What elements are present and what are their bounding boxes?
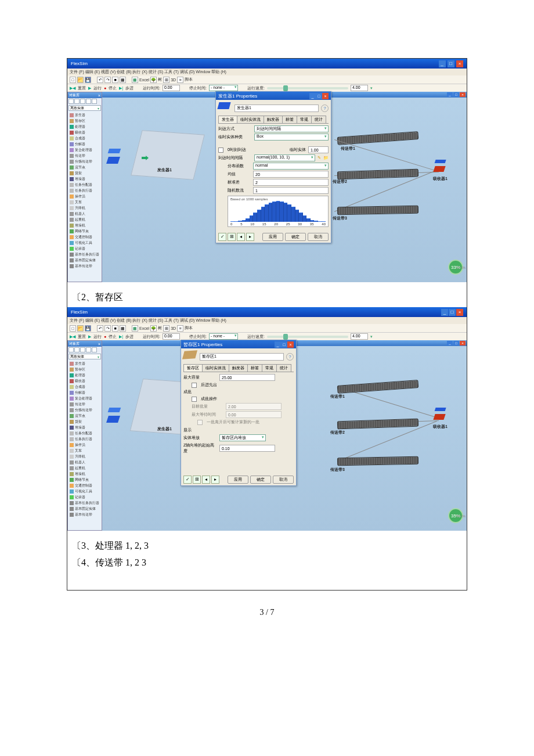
sidebar-item[interactable]: 分解器 <box>69 390 100 395</box>
sidebar-item[interactable]: 起重机 <box>69 217 100 222</box>
3d-canvas[interactable]: 发生器1 传送带1 传送带2 传送带3 吸收器1 发生器1 <box>102 98 467 282</box>
sidebar-item[interactable]: 复合处理器 <box>69 147 100 153</box>
sidebar-item[interactable]: 分拣传送带 <box>69 407 100 413</box>
minimize-icon[interactable]: _ <box>275 341 281 348</box>
3d-canvas[interactable]: 发生器1 传送带1 传送带2 传送带3 吸收器1 暂存区1 Properties <box>102 346 467 531</box>
redo-icon[interactable]: ↷ <box>104 77 111 83</box>
sidebar-item[interactable]: 机器人 <box>69 459 100 465</box>
dialog-tab[interactable]: 标签 <box>247 364 262 372</box>
close-icon[interactable]: × <box>98 93 100 98</box>
conveyor-1[interactable] <box>337 131 419 145</box>
close-icon[interactable]: × <box>456 60 463 67</box>
reset-icon[interactable]: ▶◀ <box>70 86 75 91</box>
maximize-icon[interactable]: □ <box>281 341 287 348</box>
speed-slider[interactable] <box>267 336 348 338</box>
stream-input[interactable] <box>253 187 329 194</box>
code-icon[interactable]: ✎ <box>317 156 321 160</box>
prev-icon[interactable]: ◂ <box>202 476 210 484</box>
sidebar-item[interactable]: 吸收器 <box>69 378 100 384</box>
close-icon[interactable]: × <box>98 342 100 346</box>
sidebar-item[interactable]: 任务执行器 <box>69 188 100 193</box>
dialog-tab[interactable]: 统计 <box>311 116 326 123</box>
source-object[interactable] <box>107 411 120 424</box>
sidebar-item[interactable]: 传送带 <box>69 401 100 407</box>
sidebar-item[interactable]: 堆垛机 <box>69 471 100 477</box>
name-input[interactable] <box>200 353 284 361</box>
sidebar-item[interactable]: 分拣传送带 <box>69 159 100 164</box>
sidebar-item[interactable]: 处理器 <box>69 372 100 378</box>
tool2-icon[interactable]: ▦ <box>120 77 126 83</box>
sidebar-item[interactable]: 任务分配器 <box>69 182 100 188</box>
sb-icon-4[interactable] <box>86 99 91 104</box>
foot-icon-1[interactable]: ✓ <box>218 233 226 241</box>
dialog-tab[interactable]: 临时实体流 <box>237 116 264 123</box>
tool2-icon[interactable]: ▦ <box>120 325 126 332</box>
maximize-icon[interactable]: □ <box>449 309 456 316</box>
sidebar-item[interactable]: 升降机 <box>69 205 100 211</box>
speed-end[interactable]: 4.00 <box>351 85 368 91</box>
sidebar-item[interactable]: 叉车 <box>69 448 100 453</box>
sidebar-item[interactable]: 可视化工具 <box>69 240 100 246</box>
sidebar-item[interactable]: 传送带 <box>69 153 100 159</box>
stop-label[interactable]: 停止 <box>109 85 117 91</box>
conveyor-2[interactable] <box>337 169 418 180</box>
source-object[interactable] <box>107 152 120 165</box>
sidebar-item[interactable]: 货架 <box>69 170 100 176</box>
prev-icon[interactable]: ◂ <box>237 233 245 241</box>
next-icon[interactable]: ▸ <box>246 233 254 241</box>
menu-bar[interactable]: 文件 (F) 编辑 (E) 视图 (V) 创建 (B) 执行 (X) 统计 (S… <box>67 69 467 75</box>
minimize-icon[interactable]: _ <box>447 92 453 97</box>
conveyor-3[interactable] <box>337 456 418 466</box>
new-icon[interactable]: □ <box>70 77 76 83</box>
run-icon[interactable]: ▶ <box>88 86 91 91</box>
sidebar-item[interactable]: 网络节点 <box>69 477 100 483</box>
excel-icon[interactable]: ▦ <box>132 77 138 83</box>
conveyor-3[interactable] <box>337 206 418 215</box>
sb-icon-2[interactable] <box>74 99 80 104</box>
sidebar-item[interactable]: 发生器 <box>69 361 100 366</box>
stddev-input[interactable] <box>253 179 329 186</box>
dialog-tab[interactable]: 常规 <box>262 364 277 372</box>
sink-object[interactable] <box>434 163 446 172</box>
sidebar-item[interactable]: 基本任务执行器 <box>69 500 100 506</box>
sidebar-filter[interactable]: 离散实体 <box>68 105 101 111</box>
apply-button[interactable]: 应用 <box>228 476 248 484</box>
sidebar-item[interactable]: 任务分配器 <box>69 430 100 436</box>
step-icon[interactable]: ▶| <box>119 86 123 91</box>
close-icon[interactable]: × <box>287 341 294 348</box>
run-label[interactable]: 运行 <box>93 85 102 91</box>
conveyor-1[interactable] <box>337 380 419 394</box>
menu-bar[interactable]: 文件 (F) 编辑 (E) 视图 (V) 创建 (B) 执行 (X) 统计 (S… <box>67 317 467 324</box>
sidebar-item[interactable]: 发生器 <box>69 112 100 118</box>
dialog-tab[interactable]: 常规 <box>297 116 312 123</box>
redo-icon[interactable]: ↷ <box>104 325 111 332</box>
sidebar-item[interactable]: 分解器 <box>69 141 100 147</box>
flowitem-type-select[interactable]: Box <box>254 134 329 141</box>
sb-icon-5[interactable] <box>92 99 97 104</box>
maximize-icon[interactable]: □ <box>453 92 459 97</box>
ok-button[interactable]: 确定 <box>285 233 306 241</box>
stoptime-select[interactable]: - none - <box>209 85 238 91</box>
dialog-tab[interactable]: 统计 <box>276 364 291 372</box>
dist-select[interactable]: normal <box>253 163 329 170</box>
undo-icon[interactable]: ↶ <box>97 325 103 332</box>
help-icon[interactable]: ? <box>286 353 294 361</box>
sidebar-item[interactable]: 升降机 <box>69 453 100 459</box>
script-icon[interactable]: ≡ <box>177 325 183 332</box>
script-icon[interactable]: ≡ <box>177 77 183 83</box>
stop-icon[interactable]: ● <box>104 86 106 90</box>
next-icon[interactable]: ▸ <box>211 476 219 484</box>
sidebar-item[interactable]: 交通控制器 <box>69 234 100 240</box>
sidebar-item[interactable]: 堆垛器 <box>69 424 100 430</box>
minimize-icon[interactable]: _ <box>309 93 316 99</box>
name-input[interactable] <box>234 105 319 112</box>
sb-icon-3[interactable] <box>80 99 85 104</box>
save-icon[interactable]: 💾 <box>85 325 91 332</box>
temp-entity-input[interactable] <box>308 146 329 153</box>
lifo-checkbox[interactable] <box>192 383 197 388</box>
minimize-icon[interactable]: _ <box>439 60 446 67</box>
close-icon[interactable]: × <box>460 341 466 345</box>
sidebar-item[interactable]: 合成器 <box>69 135 100 141</box>
sb-icon-1[interactable] <box>68 99 74 104</box>
tree-icon[interactable]: 🌳 <box>150 77 157 83</box>
